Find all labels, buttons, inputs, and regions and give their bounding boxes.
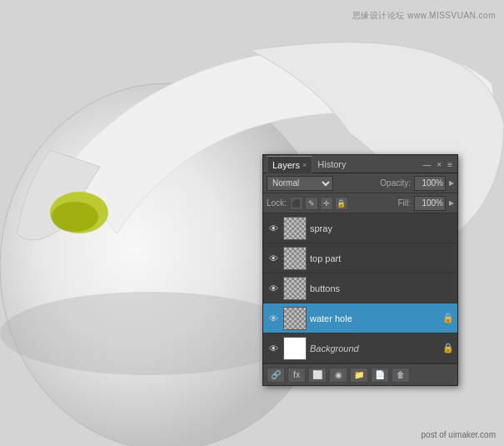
layer-row-water-hole[interactable]: 👁 water hole 🔒 <box>263 303 457 333</box>
layer-row-buttons[interactable]: 👁 buttons <box>263 273 457 303</box>
panel-menu-button[interactable]: ≡ <box>446 158 454 169</box>
layer-visibility-spray[interactable]: 👁 <box>267 222 280 235</box>
layer-name-buttons: buttons <box>310 283 454 293</box>
panel-controls: — × ≡ <box>421 158 454 169</box>
lock-label: Lock: <box>267 198 287 208</box>
fill-label: Fill: <box>397 198 411 208</box>
opacity-label: Opacity: <box>380 178 411 188</box>
lock-pixels-button[interactable]: ⬛ <box>290 197 303 210</box>
lock-position-button[interactable]: ✎ <box>305 197 318 210</box>
layer-row-spray[interactable]: 👁 spray <box>263 213 457 243</box>
layer-thumbnail-top-part <box>283 247 307 270</box>
layer-name-spray: spray <box>310 223 454 233</box>
watermark-bottom: post of uimaker.com <box>422 430 496 439</box>
tab-layers-label: Layers <box>272 160 300 170</box>
opacity-arrow[interactable]: ▶ <box>449 179 454 187</box>
lock-icons-group: ⬛ ✎ ✛ 🔒 <box>290 197 348 210</box>
minimize-button[interactable]: — <box>421 158 432 169</box>
fill-arrow[interactable]: ▶ <box>449 199 454 207</box>
layer-name-background: Background <box>310 343 439 353</box>
tab-layers[interactable]: Layers × <box>267 156 312 173</box>
watermark-top: 思缘设计论坛 www.MISSVUAN.com <box>352 10 496 22</box>
layer-thumbnail-background <box>283 337 307 360</box>
tab-layers-close[interactable]: × <box>302 161 307 169</box>
layer-visibility-water-hole[interactable]: 👁 <box>267 312 280 325</box>
layer-link-button[interactable]: 🔗 <box>267 368 285 383</box>
layer-new-button[interactable]: 📄 <box>371 368 389 383</box>
layer-row-top-part[interactable]: 👁 top part <box>263 243 457 273</box>
panel-titlebar: Layers × History — × ≡ <box>263 155 457 173</box>
layer-fx-button[interactable]: fx <box>287 368 306 383</box>
layer-adjustment-button[interactable]: ◉ <box>329 368 347 383</box>
layer-thumbnail-water-hole <box>283 307 307 330</box>
layer-lock-background: 🔒 <box>442 343 454 353</box>
panel-bottom-toolbar: 🔗 fx ⬜ ◉ 📁 📄 🗑 <box>263 363 457 385</box>
layer-mask-button[interactable]: ⬜ <box>308 368 327 383</box>
layer-name-top-part: top part <box>310 253 454 263</box>
layer-lock-water-hole: 🔒 <box>442 313 454 323</box>
layer-name-water-hole: water hole <box>310 313 439 323</box>
opacity-input[interactable] <box>414 176 446 191</box>
fill-input[interactable] <box>414 196 446 211</box>
layer-visibility-top-part[interactable]: 👁 <box>267 252 280 265</box>
layer-group-button[interactable]: 📁 <box>350 368 368 383</box>
svg-point-3 <box>52 202 98 232</box>
layers-panel: Layers × History — × ≡ Normal Opacity: ▶… <box>262 154 458 386</box>
svg-point-4 <box>0 292 300 375</box>
tab-history[interactable]: History <box>312 155 351 173</box>
lock-all-button[interactable]: 🔒 <box>335 197 348 210</box>
close-button[interactable]: × <box>435 158 443 169</box>
layers-list: 👁 spray 👁 top part 👁 buttons 👁 water hol… <box>263 213 457 363</box>
layer-thumbnail-buttons <box>283 277 307 300</box>
blend-opacity-toolbar: Normal Opacity: ▶ <box>263 173 457 193</box>
layer-visibility-buttons[interactable]: 👁 <box>267 282 280 295</box>
blend-mode-select[interactable]: Normal <box>267 176 333 191</box>
tab-history-label: History <box>317 159 346 169</box>
lock-fill-toolbar: Lock: ⬛ ✎ ✛ 🔒 Fill: ▶ <box>263 193 457 213</box>
lock-move-button[interactable]: ✛ <box>320 197 333 210</box>
layer-thumbnail-spray <box>283 217 307 240</box>
layer-delete-button[interactable]: 🗑 <box>392 368 410 383</box>
layer-row-background[interactable]: 👁 Background 🔒 <box>263 333 457 363</box>
layer-visibility-background[interactable]: 👁 <box>267 342 280 355</box>
